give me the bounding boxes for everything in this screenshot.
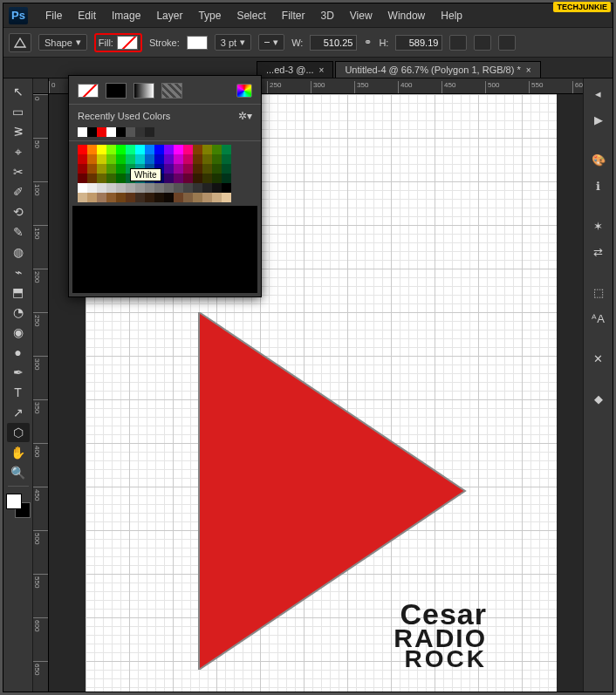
recent-swatch[interactable]	[78, 127, 87, 137]
color-panel-icon[interactable]: 🎨	[587, 148, 610, 171]
color-swatch[interactable]	[193, 183, 202, 193]
active-tool-icon[interactable]	[9, 33, 31, 52]
color-swatch[interactable]	[97, 174, 106, 183]
color-swatch[interactable]	[116, 145, 126, 154]
menu-filter[interactable]: Filter	[275, 8, 312, 24]
clone-stamp-tool[interactable]: ◍	[7, 242, 30, 262]
color-swatch[interactable]	[202, 174, 212, 183]
color-swatch[interactable]	[97, 183, 106, 193]
color-swatch[interactable]	[87, 183, 97, 193]
color-swatch[interactable]	[212, 154, 222, 164]
path-operations-icon[interactable]	[449, 35, 467, 51]
color-swatch[interactable]	[116, 154, 126, 164]
polygon-shape[interactable]	[160, 312, 474, 670]
color-swatch[interactable]	[202, 154, 212, 164]
gradient-tool[interactable]: ◔	[7, 303, 30, 322]
tools-preset-icon[interactable]: ✕	[587, 347, 610, 370]
recent-swatch[interactable]	[145, 127, 154, 137]
color-swatch[interactable]	[202, 164, 212, 174]
color-swatch[interactable]	[135, 145, 145, 154]
fill-type-none[interactable]	[78, 84, 99, 98]
color-swatch[interactable]	[222, 164, 231, 174]
recent-swatch[interactable]	[116, 127, 126, 137]
color-swatch[interactable]	[212, 145, 222, 154]
color-swatch[interactable]	[116, 164, 126, 174]
recent-swatch[interactable]	[126, 127, 135, 137]
fill-type-gradient[interactable]	[133, 83, 154, 99]
color-swatch[interactable]	[116, 193, 126, 202]
color-swatch[interactable]	[97, 145, 106, 154]
color-swatch[interactable]	[78, 154, 87, 164]
stroke-width-dropdown[interactable]: 3 pt ▾	[215, 34, 251, 51]
width-input[interactable]	[310, 35, 357, 51]
document-tab[interactable]: ...ed-3 @... ×	[257, 61, 333, 78]
color-swatch[interactable]	[135, 183, 145, 193]
color-swatch[interactable]	[222, 183, 231, 193]
foreground-color[interactable]	[6, 494, 22, 509]
color-swatch[interactable]	[164, 183, 174, 193]
hand-tool[interactable]: ✋	[7, 443, 30, 462]
color-swatch[interactable]	[222, 154, 231, 164]
info-panel-icon[interactable]: ℹ	[587, 174, 610, 197]
type-tool[interactable]: T	[7, 383, 30, 402]
color-swatch[interactable]	[212, 193, 222, 202]
color-swatch[interactable]	[154, 145, 164, 154]
eyedropper-tool[interactable]: ✐	[7, 182, 30, 201]
color-swatch[interactable]	[212, 183, 222, 193]
lasso-tool[interactable]: ᕒ	[7, 122, 30, 141]
stroke-swatch-white[interactable]	[187, 36, 208, 50]
height-input[interactable]	[395, 35, 442, 51]
color-swatch[interactable]	[222, 174, 231, 183]
color-swatch[interactable]	[164, 164, 174, 174]
color-swatch[interactable]	[126, 193, 135, 202]
foreground-background-swatch[interactable]	[6, 494, 31, 518]
menu-edit[interactable]: Edit	[71, 8, 103, 24]
move-tool[interactable]: ↖	[7, 82, 30, 101]
recent-swatch[interactable]	[135, 127, 145, 137]
swap-panel-icon[interactable]: ⇄	[587, 241, 610, 263]
color-swatch[interactable]	[106, 164, 116, 174]
color-swatch[interactable]	[126, 183, 135, 193]
color-swatch[interactable]	[78, 145, 87, 154]
history-brush-tool[interactable]: ⌁	[7, 262, 30, 282]
menu-file[interactable]: File	[38, 8, 69, 24]
color-swatch[interactable]	[154, 154, 164, 164]
color-swatch[interactable]	[135, 154, 145, 164]
color-swatch[interactable]	[78, 174, 87, 183]
color-swatch[interactable]	[97, 193, 106, 202]
color-swatch[interactable]	[164, 154, 174, 164]
color-swatch[interactable]	[183, 183, 193, 193]
zoom-tool[interactable]: 🔍	[7, 463, 30, 482]
color-swatch[interactable]	[174, 183, 183, 193]
spot-heal-tool[interactable]: ⟲	[7, 202, 30, 221]
color-swatch[interactable]	[106, 145, 116, 154]
color-swatch[interactable]	[183, 174, 193, 183]
menu-image[interactable]: Image	[105, 8, 147, 24]
stroke-style-dropdown[interactable]: ▾	[258, 34, 284, 51]
fill-type-pattern[interactable]	[161, 83, 182, 99]
recent-swatch[interactable]	[106, 127, 116, 137]
color-swatch[interactable]	[87, 174, 97, 183]
menu-view[interactable]: View	[343, 8, 380, 24]
color-swatch[interactable]	[116, 183, 126, 193]
gear-icon[interactable]: ✲▾	[238, 110, 252, 122]
color-swatch[interactable]	[164, 174, 174, 183]
link-dimensions-icon[interactable]: ⚭	[364, 37, 372, 48]
brush-tool[interactable]: ✎	[7, 222, 30, 242]
quick-select-tool[interactable]: ⌖	[7, 142, 30, 161]
menu-type[interactable]: Type	[191, 8, 228, 24]
color-swatch[interactable]	[78, 193, 87, 202]
ruler-origin[interactable]	[33, 78, 49, 94]
color-swatch[interactable]	[145, 183, 154, 193]
marquee-tool[interactable]: ▭	[7, 102, 30, 121]
menu-3d[interactable]: 3D	[313, 8, 340, 24]
3d-panel-icon[interactable]: ◆	[587, 387, 610, 410]
color-swatch[interactable]	[78, 164, 87, 174]
color-swatch[interactable]	[193, 164, 202, 174]
color-swatch[interactable]	[87, 193, 97, 202]
color-swatch[interactable]	[202, 193, 212, 202]
path-alignment-icon[interactable]	[474, 35, 491, 51]
recent-swatch[interactable]	[97, 127, 106, 137]
color-swatch[interactable]	[193, 154, 202, 164]
blur-tool[interactable]: ◉	[7, 323, 30, 342]
